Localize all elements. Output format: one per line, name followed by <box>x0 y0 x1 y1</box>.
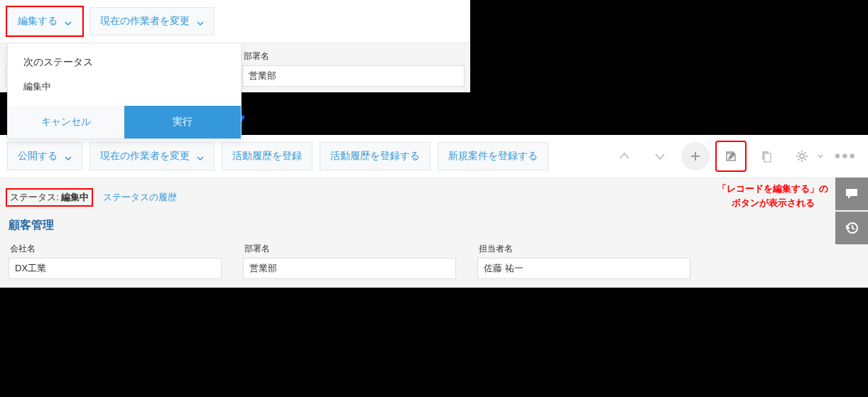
gear-icon <box>788 142 816 170</box>
dept-label: 部署名 <box>242 50 465 62</box>
copy-button[interactable] <box>752 142 781 170</box>
edit-record-button[interactable] <box>717 142 745 170</box>
register-activity-button[interactable]: 活動履歴を登録 <box>222 142 313 170</box>
add-button[interactable] <box>681 142 710 170</box>
comment-button[interactable] <box>835 178 868 210</box>
status-history-link[interactable]: ステータスの履歴 <box>103 191 177 204</box>
register-new-case-button[interactable]: 新規案件を登録する <box>438 142 548 170</box>
settings-dropdown[interactable] <box>788 142 823 170</box>
prev-record-button[interactable] <box>610 142 639 170</box>
status-prefix: ステータス: <box>10 192 59 202</box>
change-worker-label: 現在の作業者を変更 <box>100 150 190 163</box>
publish-label: 公開する <box>18 150 58 163</box>
next-record-button[interactable] <box>646 142 674 170</box>
status-value: 編集中 <box>61 192 89 202</box>
chevron-down-icon <box>818 153 823 159</box>
company-label: 会社名 <box>9 243 222 255</box>
status-display: ステータス: 編集中 <box>7 190 92 205</box>
form-after: 会社名 DX工業 部署名 営業部 担当者名 佐藤 祐一 <box>0 236 868 288</box>
chevron-down-icon <box>197 18 204 25</box>
popover-title: 次のステータス <box>23 56 225 69</box>
before-panel: 編集する 現在の作業者を変更 次のステータス 編集中 キャンセル 実行 DX工業… <box>0 0 470 92</box>
after-panel: 公開する 現在の作業者を変更 活動履歴を登録 活動履歴を登録する 新規案件を登録… <box>0 135 868 288</box>
chevron-down-icon <box>65 18 72 25</box>
edit-dropdown[interactable]: 編集する <box>7 7 82 36</box>
chevron-down-icon <box>197 153 204 160</box>
change-worker-dropdown[interactable]: 現在の作業者を変更 <box>89 7 215 36</box>
dept-label: 部署名 <box>243 243 456 255</box>
history-button[interactable] <box>835 212 868 244</box>
side-rail <box>835 178 868 244</box>
publish-dropdown[interactable]: 公開する <box>7 142 82 170</box>
more-menu[interactable]: ••• <box>830 148 861 165</box>
change-worker-label: 現在の作業者を変更 <box>100 15 190 28</box>
edit-button-callout: 「レコードを編集する」の ボタンが表示される <box>717 182 828 210</box>
run-button[interactable]: 実行 <box>124 106 241 138</box>
chevron-down-icon <box>65 153 72 160</box>
person-label: 担当者名 <box>477 243 690 255</box>
section-title: 顧客管理 <box>0 210 868 236</box>
dept-value: 営業部 <box>242 65 465 87</box>
svg-rect-1 <box>764 153 771 162</box>
toolbar-after: 公開する 現在の作業者を変更 活動履歴を登録 活動履歴を登録する 新規案件を登録… <box>0 135 868 178</box>
dept-value: 営業部 <box>243 258 456 279</box>
toolbar-before: 編集する 現在の作業者を変更 <box>0 0 470 43</box>
person-value: 佐藤 祐一 <box>477 258 690 279</box>
status-popover: 次のステータス 編集中 キャンセル 実行 <box>7 43 242 139</box>
popover-status: 編集中 <box>23 80 225 93</box>
company-value: DX工業 <box>9 258 222 279</box>
svg-point-2 <box>800 154 804 158</box>
edit-label: 編集する <box>18 15 58 28</box>
register-activity-do-button[interactable]: 活動履歴を登録する <box>320 142 430 170</box>
cancel-button[interactable]: キャンセル <box>8 106 124 138</box>
change-worker-dropdown[interactable]: 現在の作業者を変更 <box>89 142 215 170</box>
